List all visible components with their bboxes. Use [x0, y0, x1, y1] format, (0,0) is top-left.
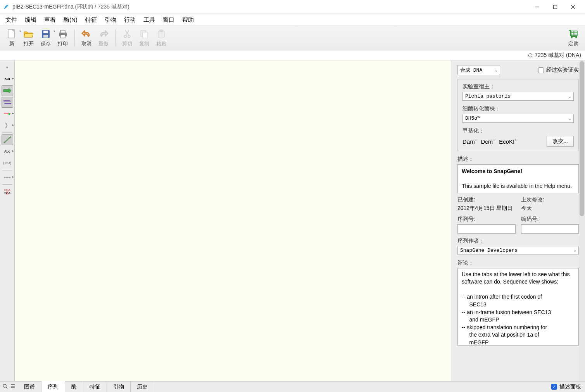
topology-icon [528, 53, 532, 57]
filename: pIB2-SEC13-mEGFP.dna [12, 3, 74, 10]
menubar: 文件 编辑 查看 酶(N) 特征 引物 行动 工具 窗口 帮助 [0, 14, 585, 26]
cart-icon [568, 29, 579, 40]
tab-history[interactable]: 历史 [131, 382, 154, 392]
svg-rect-1 [554, 5, 557, 9]
folder-open-icon [23, 29, 34, 40]
close-button[interactable] [564, 1, 582, 13]
sequence-length: 7235 碱基对 (DNA) [535, 52, 581, 59]
menu-edit[interactable]: 编辑 [21, 15, 40, 25]
menu-features[interactable]: 特征 [81, 15, 101, 25]
lt-letters-icon[interactable]: Abc▸ [2, 146, 13, 157]
minimize-button[interactable] [528, 1, 546, 13]
codenum-input[interactable] [521, 224, 579, 234]
copy-button: 复制 [136, 28, 153, 48]
toolbar-separator [115, 29, 116, 46]
file-subtitle: (环状的 / 7235 碱基对) [75, 3, 129, 10]
window-controls [528, 1, 582, 13]
search-icon[interactable] [2, 383, 8, 390]
tab-sequence[interactable]: 序列 [41, 381, 65, 392]
lt-salt-icon[interactable]: SaII▸ [2, 74, 13, 84]
order-button[interactable]: 定购 [565, 28, 582, 48]
undo-icon [81, 29, 92, 40]
redo-icon [98, 29, 109, 40]
infobar: 7235 碱基对 (DNA) [0, 50, 585, 60]
svg-line-13 [126, 30, 129, 35]
menu-file[interactable]: 文件 [2, 15, 21, 25]
menu-primers[interactable]: 引物 [101, 15, 120, 25]
copy-icon [139, 29, 150, 40]
svg-rect-16 [143, 32, 148, 38]
description-text[interactable]: Welcome to SnapGene! This sample file is… [457, 164, 579, 193]
maximize-button[interactable] [546, 1, 564, 13]
menu-enzymes[interactable]: 酶(N) [60, 15, 81, 25]
menu-help[interactable]: 帮助 [178, 15, 198, 25]
tab-features[interactable]: 特征 [83, 382, 107, 392]
new-button[interactable]: 新▾ [3, 28, 20, 48]
lt-numbers-icon[interactable]: (123) [2, 158, 13, 168]
menu-view[interactable]: 查看 [40, 15, 60, 25]
change-button[interactable]: 改变... [547, 136, 574, 147]
scissors-icon [122, 29, 133, 40]
print-button[interactable]: 打印 [54, 28, 71, 48]
svg-rect-19 [570, 31, 577, 36]
host-strain-box: 实验室宿主： Pichia pastoris⌄ 细菌转化菌株： DH5α™⌄ 甲… [457, 79, 579, 151]
desc-panel-toggle[interactable]: ✓ 描述面板 [547, 383, 585, 390]
menu-tools[interactable]: 工具 [140, 15, 159, 25]
created-label: 已创建: [457, 196, 516, 203]
lt-feature-arrow-icon[interactable] [2, 85, 13, 96]
seqnum-label: 序列号: [457, 216, 516, 223]
seqnum-input[interactable] [457, 224, 516, 234]
methyl-label: 甲基化： [462, 127, 574, 134]
titlebar: pIB2-SEC13-mEGFP.dna (环状的 / 7235 碱基对) [0, 0, 585, 14]
open-button[interactable]: 打开 [20, 28, 37, 48]
view-tabs: 图谱 序列 酶 特征 引物 历史 [18, 382, 154, 392]
paste-button: 粘贴 [153, 28, 170, 48]
printer-icon [57, 29, 68, 40]
sequence-canvas[interactable] [15, 60, 451, 381]
description-panel: 合成 DNA⌄ 经过实验证实 实验室宿主： Pichia pastoris⌄ 细… [451, 60, 585, 381]
app-icon [3, 4, 9, 10]
left-toolbar: ▾ SaII▸ ▸ ▸ Abc▸ (123) ▸ CCACGA [0, 60, 15, 381]
dna-type-dropdown[interactable]: 合成 DNA⌄ [457, 65, 500, 75]
svg-rect-17 [158, 31, 164, 38]
menu-window[interactable]: 窗口 [159, 15, 178, 25]
undo-button[interactable]: 取消 [78, 28, 95, 48]
lt-translation-icon[interactable]: ▸ [2, 108, 13, 119]
save-button[interactable]: 保存▾ [37, 28, 54, 48]
svg-rect-10 [60, 35, 65, 38]
codenum-label: 编码号: [521, 216, 579, 223]
created-value: 2012年4月15日 星期日 [457, 205, 516, 212]
panel-scrollbar[interactable] [579, 60, 585, 381]
author-label: 序列作者： [457, 237, 579, 244]
lt-collapse[interactable]: ▾ [2, 62, 13, 73]
tab-map[interactable]: 图谱 [18, 382, 41, 392]
strain-label: 细菌转化菌株： [462, 105, 574, 112]
methyl-eco: EcoKI+ [499, 138, 517, 145]
checkbox-icon [538, 67, 544, 73]
comment-label: 评论： [457, 260, 579, 266]
comment-text[interactable]: Use the tabs at the lower left to see wh… [457, 268, 579, 346]
svg-rect-18 [160, 30, 163, 32]
strain-dropdown[interactable]: DH5α™⌄ [462, 114, 574, 123]
lt-orf-icon[interactable]: ▸ [2, 120, 13, 131]
menu-actions[interactable]: 行动 [120, 15, 140, 25]
new-file-icon [6, 29, 17, 40]
modified-value: 今天 [521, 205, 579, 212]
paste-icon [156, 29, 167, 40]
host-dropdown[interactable]: Pichia pastoris⌄ [462, 92, 574, 101]
list-icon[interactable] [10, 383, 16, 390]
lt-cca-icon[interactable]: CCACGA [2, 186, 13, 197]
author-dropdown[interactable]: SnapGene Developers⌄ [457, 246, 579, 255]
tab-enzymes[interactable]: 酶 [65, 382, 83, 392]
methyl-dam: Dam+ [462, 138, 477, 145]
host-label: 实验室宿主： [462, 83, 574, 90]
svg-point-26 [575, 37, 577, 38]
lt-primer-icon[interactable] [2, 97, 13, 108]
tab-primers[interactable]: 引物 [107, 382, 131, 392]
svg-rect-6 [43, 31, 48, 33]
verified-checkbox[interactable]: 经过实验证实 [538, 67, 579, 74]
lt-ruler-icon[interactable]: ▸ [2, 172, 13, 183]
save-icon [40, 29, 51, 40]
lt-dna-icon[interactable] [2, 134, 13, 145]
main-area: ▾ SaII▸ ▸ ▸ Abc▸ (123) ▸ CCACGA 合成 DNA⌄ … [0, 60, 585, 381]
